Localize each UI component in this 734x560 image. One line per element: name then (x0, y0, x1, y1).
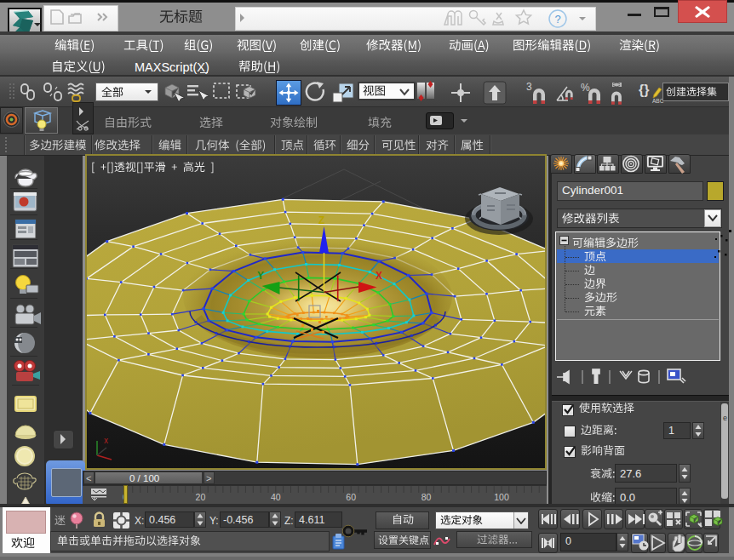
svg-text:X: X (376, 270, 382, 282)
svg-text:x: x (104, 436, 108, 445)
svg-text:100: 100 (494, 492, 509, 502)
svg-text:60: 60 (346, 492, 356, 502)
svg-text:?: ? (554, 13, 560, 26)
svg-text:80: 80 (421, 492, 432, 502)
svg-text:Y: Y (257, 270, 264, 282)
svg-text:20: 20 (196, 492, 206, 502)
svg-text:{}: {} (639, 83, 649, 97)
svg-text:Z: Z (318, 214, 324, 226)
svg-text:%: % (581, 82, 590, 94)
svg-text:40: 40 (271, 492, 281, 502)
svg-text:3: 3 (526, 81, 532, 93)
